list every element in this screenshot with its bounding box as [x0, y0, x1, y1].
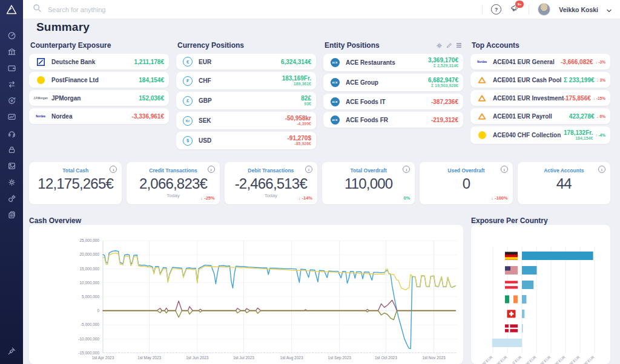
entity-value: 3,369,170€	[428, 57, 458, 63]
entity-name: ACE Group	[346, 79, 428, 86]
entity-value: 6,682,947€	[428, 77, 458, 83]
exposure-per-country-chart-card[interactable]: -2,000,000 EUR-1,000,000 EUR0 EUR1,000,0…	[471, 225, 610, 364]
bank-icon[interactable]	[7, 47, 16, 56]
top-account-row[interactable]: ACE001 EUR Payroll 423,278€ ↓ 6%	[470, 108, 610, 124]
account-value: Σ 233,199€	[564, 77, 595, 83]
summary-columns: Counterparty Exposure Deutsche Bank 1,21…	[29, 41, 610, 152]
entity-row[interactable]: ACE ACE Group 6,682,947€ Σ 19,503,926€	[323, 74, 463, 91]
country-bar[interactable]	[522, 310, 524, 318]
change-badge: ↓ 3%	[597, 78, 605, 82]
currency-code: GBP	[199, 97, 301, 104]
ace-logo-icon: ACE	[328, 115, 341, 124]
top-account-row[interactable]: Nordea ACE041 EUR General -3,666,082€ ↓ …	[470, 54, 610, 70]
settings-gear-icon[interactable]	[7, 178, 16, 187]
kpi-label: Active Accounts	[518, 167, 610, 174]
entity-row[interactable]: ACE ACE Restaurants 3,369,170€ Σ 2,529,3…	[323, 54, 463, 71]
svg-text:-5,000,000: -5,000,000	[81, 322, 99, 327]
top-account-row[interactable]: ACE001 EUR Investment -175,856€ ↓ -15%	[470, 90, 610, 106]
list-menu-icon[interactable]	[456, 42, 462, 48]
triangle-logo-icon	[475, 112, 489, 120]
account-name: ACE001 EUR Cash Pool	[493, 77, 564, 83]
search-input[interactable]	[47, 5, 291, 14]
currency-code: SEK	[199, 117, 285, 124]
kpi-card: i Active Accounts 44	[518, 162, 610, 204]
currency-CHF-icon: ₣	[181, 77, 194, 85]
counterparty-row[interactable]: PostFinance Ltd 184,154€	[29, 72, 169, 88]
svg-text:15,000,000: 15,000,000	[79, 267, 99, 271]
change-badge: ↑ -4%	[595, 133, 605, 137]
kpi-card: i Credit Transactions 2,066,823€ Today ↓…	[127, 162, 219, 204]
security-lock-icon[interactable]	[7, 145, 16, 154]
section-title: Counterparty Exposure	[30, 41, 111, 50]
currency-row[interactable]: Kr SEK -50,958kr -4,399€	[176, 112, 316, 129]
entity-row[interactable]: ACE ACE Foods FR -219,312€	[323, 112, 463, 128]
kpi-label: Credit Transactions	[127, 167, 219, 174]
cash-overview-chart-card[interactable]: 25,000,00020,000,00015,000,00010,000,000…	[29, 225, 463, 364]
search-icon	[33, 4, 42, 15]
counterparty-row[interactable]: Deutsche Bank 1,211,178€	[29, 54, 169, 70]
kpi-label: Used Overdraft	[420, 167, 512, 174]
svg-text:1st Oct 2023: 1st Oct 2023	[375, 356, 397, 360]
documents-icon[interactable]	[7, 210, 16, 219]
currency-row[interactable]: € EUR 6,324,314€	[176, 54, 316, 70]
currency-code: CHF	[199, 77, 282, 84]
payments-transfer-icon[interactable]	[7, 80, 16, 89]
svg-text:1st Jun 2023: 1st Jun 2023	[186, 356, 209, 360]
admin-tools-icon[interactable]	[7, 194, 16, 203]
app-logo-icon[interactable]	[5, 4, 18, 18]
country-bar[interactable]	[522, 324, 523, 333]
counterparty-value: -3,336,961€	[132, 113, 164, 120]
user-name[interactable]: Veikko Koski	[559, 6, 598, 13]
integrations-icon[interactable]	[7, 96, 16, 105]
entity-value: -219,312€	[431, 117, 458, 123]
account-value: 178,132Fr.	[564, 129, 593, 136]
pencil-edit-icon[interactable]	[446, 42, 452, 48]
help-button[interactable]: ?	[491, 4, 501, 15]
top-account-row[interactable]: ACE040 CHF Collection 178,132Fr. 184,154…	[470, 126, 610, 144]
currency-row[interactable]: £ GBP 82£ 93€	[176, 92, 316, 109]
nordea-logo-icon: Nordea	[475, 57, 489, 66]
search-bar[interactable]	[33, 4, 482, 15]
forecasting-icon[interactable]	[7, 112, 16, 122]
country-bar[interactable]	[522, 266, 537, 275]
info-icon[interactable]: i	[305, 166, 312, 173]
currency-value: -50,958kr	[285, 115, 311, 122]
top-account-row[interactable]: ACE001 EUR Cash Pool Σ 233,199€ ↓ 3%	[470, 72, 610, 88]
user-avatar[interactable]	[538, 3, 550, 16]
info-icon[interactable]: i	[501, 166, 508, 173]
counterparty-row[interactable]: J.P.Morgan JPMorgan 152,036€	[29, 90, 169, 106]
entity-positions-section: Entity Positions ACE ACE Restaurants 3,3…	[323, 41, 463, 152]
support-headset-icon[interactable]	[7, 129, 16, 138]
info-icon[interactable]: i	[598, 166, 605, 173]
notifications-button[interactable]: 9+	[510, 3, 520, 16]
dashboard-icon[interactable]	[7, 31, 16, 40]
country-bar[interactable]	[522, 252, 593, 260]
currency-value: 6,324,314€	[281, 59, 311, 65]
svg-text:1st Apr 2023: 1st Apr 2023	[92, 356, 114, 360]
chevron-down-icon[interactable]	[607, 4, 612, 15]
wallet-icon[interactable]	[7, 63, 16, 73]
svg-text:1st May 2023: 1st May 2023	[137, 356, 161, 360]
currency-row[interactable]: ₣ CHF 183,169Fr. 189,361€	[176, 72, 316, 89]
country-bar[interactable]	[522, 281, 533, 289]
kpi-change-badge: 0%	[403, 195, 410, 201]
gear-icon[interactable]	[436, 42, 443, 49]
currency-value-eur: -85,926€	[294, 141, 311, 146]
info-icon[interactable]: i	[208, 166, 215, 173]
reports-icon[interactable]	[7, 161, 16, 171]
exposure-per-country-title: Exposure Per Country	[471, 216, 548, 225]
counterparty-row[interactable]: Nordea Nordea -3,336,961€	[29, 108, 169, 124]
entity-name: ACE Foods FR	[346, 117, 431, 123]
currency-row[interactable]: $ USD -91,270$ -85,926€	[176, 132, 316, 149]
pin-collapse-icon[interactable]	[7, 346, 16, 356]
country-bar[interactable]	[522, 295, 526, 304]
currency-code: USD	[199, 137, 288, 144]
entity-sum-value: Σ 19,503,926€	[431, 83, 458, 88]
svg-text:1st Aug 2023: 1st Aug 2023	[280, 356, 303, 360]
divider	[529, 5, 529, 15]
top-accounts-section: Top Accounts Nordea ACE041 EUR General -…	[470, 41, 610, 152]
entity-row[interactable]: ACE ACE Foods IT -387,236€	[323, 94, 463, 109]
exposure-per-country-chart: -2,000,000 EUR-1,000,000 EUR0 EUR1,000,0…	[471, 225, 610, 364]
kpi-card: i Total Overdraft 110,000 0%	[322, 162, 415, 204]
country-bar[interactable]	[492, 339, 522, 347]
